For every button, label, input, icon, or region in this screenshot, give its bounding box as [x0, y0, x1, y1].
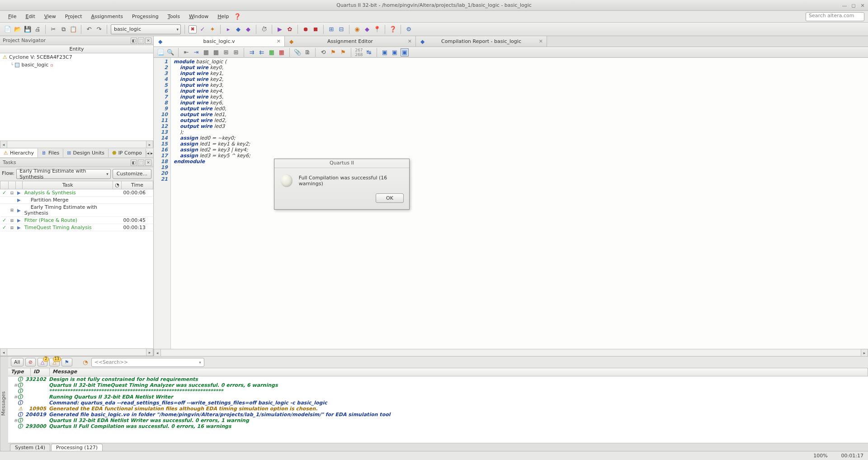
- entity-column-header[interactable]: Entity: [0, 45, 153, 53]
- signaltap-icon[interactable]: ◉: [353, 25, 361, 33]
- ed-attach-icon[interactable]: 📎: [293, 48, 302, 56]
- tab-files[interactable]: 🗎Files: [38, 149, 63, 157]
- entity-child-row[interactable]: └ basic_logic ▫: [0, 61, 153, 69]
- tabs-scroll-right-icon[interactable]: ▸: [150, 151, 153, 155]
- menu-file[interactable]: File: [4, 12, 21, 21]
- help-docs-icon[interactable]: ❓: [233, 13, 241, 21]
- ed-uncomment-icon[interactable]: ▦: [278, 48, 286, 56]
- col-type[interactable]: Type: [8, 368, 31, 376]
- messages-side-label[interactable]: Messages: [0, 357, 8, 451]
- tab-compilation-report[interactable]: ◆ Compilation Report - basic_logic ✕: [416, 36, 547, 47]
- copy-icon[interactable]: ⧉: [59, 25, 67, 33]
- window-minimize-icon[interactable]: —: [842, 3, 847, 8]
- new-file-icon[interactable]: 📄: [4, 25, 12, 33]
- code-line[interactable]: input wire key0,: [174, 65, 250, 70]
- ed-bookmark4-icon[interactable]: ⊞: [232, 48, 240, 56]
- code-line[interactable]: assign led2 = key3 | key4;: [174, 147, 250, 153]
- undo-icon[interactable]: ↶: [85, 25, 93, 33]
- filter-all-button[interactable]: All: [11, 358, 24, 366]
- hscroll-right-icon[interactable]: ▸: [146, 141, 153, 148]
- messages-list[interactable]: ⓘ332102Design is not fully constrained f…: [8, 376, 868, 443]
- message-row[interactable]: ⊞ⓘQuartus II 32-bit TimeQuest Timing Ana…: [8, 382, 868, 388]
- tasks-table[interactable]: Task ◔ Time ✓⊟▶Analysis & Synthesis00:00…: [0, 181, 153, 348]
- task-col[interactable]: Task: [23, 181, 113, 189]
- compile-report-icon[interactable]: ◆: [244, 25, 252, 33]
- code-editor[interactable]: 123456789101112131415161718192021 module…: [154, 58, 868, 349]
- menu-edit[interactable]: Edit: [21, 12, 39, 21]
- find-icon[interactable]: 🔍: [166, 48, 175, 56]
- code-line[interactable]: output wire led1,: [174, 112, 250, 117]
- ed-comment-icon[interactable]: ▦: [268, 48, 276, 56]
- time-col[interactable]: Time: [122, 181, 153, 189]
- save-icon[interactable]: 💾: [24, 25, 32, 33]
- hscroll-left-icon[interactable]: ◂: [0, 349, 7, 356]
- hscroll-right-icon[interactable]: ▸: [861, 349, 868, 356]
- panel-close-icon[interactable]: ✕: [145, 160, 151, 166]
- message-row[interactable]: ⓘ293000Quartus II Full Compilation was s…: [8, 423, 868, 429]
- compilation-success-dialog[interactable]: Quartus II Full Compilation was successf…: [274, 159, 410, 210]
- cut-icon[interactable]: ✂: [49, 25, 57, 33]
- code-line[interactable]: input wire key4,: [174, 88, 250, 94]
- print-icon[interactable]: 🖨: [33, 25, 42, 33]
- funnel-icon[interactable]: ◔: [81, 358, 90, 366]
- code-line[interactable]: input wire key6,: [174, 100, 250, 106]
- technology-map-icon[interactable]: ⊟: [337, 25, 345, 33]
- panel-pin-icon[interactable]: ⬚: [138, 160, 144, 166]
- task-row[interactable]: ▶ Partition Merge: [0, 197, 153, 204]
- menu-processing[interactable]: Processing: [127, 12, 163, 21]
- flow-combo[interactable]: Early Timing Estimate with Synthesis ▾: [16, 169, 111, 179]
- message-row[interactable]: ⓘ***************************************…: [8, 388, 868, 394]
- stop-compile-icon[interactable]: ✖: [189, 25, 197, 33]
- hscroll-left-icon[interactable]: ◂: [0, 141, 7, 148]
- tab-close-icon[interactable]: ✕: [408, 38, 412, 44]
- tab-system[interactable]: System (14): [10, 444, 50, 451]
- ed-bookmark3-icon[interactable]: ⊞: [222, 48, 230, 56]
- ed-outdent-icon[interactable]: ⇇: [258, 48, 266, 56]
- tab-basic-logic-v[interactable]: ◆ basic_logic.v ✕: [154, 36, 285, 47]
- message-row[interactable]: ⊞ⓘRunning Quartus II 32-bit EDA Netlist …: [8, 394, 868, 400]
- device-root-row[interactable]: ⚠ Cyclone V: 5CEBA4F23C7: [0, 53, 153, 61]
- code-line[interactable]: output wire led3: [174, 123, 250, 129]
- search-altera-input[interactable]: Search altera.com: [806, 12, 864, 21]
- ok-button[interactable]: OK: [376, 193, 404, 203]
- project-navigator-header[interactable]: Project Navigator ◧ ⬚ ✕: [0, 36, 153, 45]
- ed-flag-icon[interactable]: ⚑: [329, 48, 337, 56]
- menu-assignments[interactable]: Assignments: [87, 12, 128, 21]
- menu-tools[interactable]: Tools: [163, 12, 184, 21]
- nav-hscroll[interactable]: ◂ ▸: [0, 141, 153, 148]
- tab-assignment-editor[interactable]: ◆ Assignment Editor ✕: [285, 36, 416, 47]
- code-line[interactable]: assign led3 = key5 ^ key6;: [174, 153, 250, 159]
- panel-float-icon[interactable]: ◧: [131, 160, 137, 166]
- programmer-icon[interactable]: ◆: [363, 25, 371, 33]
- ed-bookmark2-icon[interactable]: ▦: [212, 48, 220, 56]
- code-line[interactable]: input wire key1,: [174, 70, 250, 76]
- ed-replace-icon[interactable]: ⟲: [319, 48, 327, 56]
- code-line[interactable]: output wire led0,: [174, 106, 250, 112]
- play-icon[interactable]: ▶: [276, 25, 284, 33]
- progress-col-icon[interactable]: ◔: [113, 181, 122, 189]
- filter-errors-button[interactable]: ⊘: [25, 358, 36, 366]
- task-row[interactable]: ✓⊞▶TimeQuest Timing Analysis00:00:13: [0, 224, 153, 231]
- redo-icon[interactable]: ↷: [95, 25, 103, 33]
- menu-project[interactable]: Project: [61, 12, 87, 21]
- hscroll-right-icon[interactable]: ▸: [146, 349, 153, 356]
- editor-hscroll[interactable]: ◂ ▸: [154, 349, 868, 356]
- ed-box1-icon[interactable]: ▣: [381, 48, 389, 56]
- code-line[interactable]: );: [174, 129, 250, 135]
- project-combo[interactable]: basic_logic ▾: [111, 24, 181, 34]
- panel-float-icon[interactable]: ◧: [131, 38, 137, 44]
- open-folder-icon[interactable]: 📂: [14, 25, 22, 33]
- ed-back-icon[interactable]: 📃: [156, 48, 165, 56]
- window-maximize-icon[interactable]: ◻: [851, 3, 856, 8]
- tab-design-units[interactable]: ⊞Design Units: [63, 149, 108, 157]
- code-line[interactable]: endmodule: [174, 159, 250, 164]
- licensing-icon[interactable]: ⚙: [405, 25, 413, 33]
- code-line[interactable]: input wire key3,: [174, 82, 250, 88]
- ed-collapse-icon[interactable]: ⇤: [182, 48, 190, 56]
- window-titlebar[interactable]: Quartus II 32-bit - /home/pingvin/Altera…: [0, 0, 868, 11]
- code-line[interactable]: input wire key5,: [174, 94, 250, 100]
- paste-icon[interactable]: 📋: [69, 25, 77, 33]
- filter-info-button[interactable]: ⚑: [61, 358, 72, 366]
- filter-critical-button[interactable]: △2: [38, 358, 47, 366]
- pin-planner-icon[interactable]: 📍: [373, 25, 381, 33]
